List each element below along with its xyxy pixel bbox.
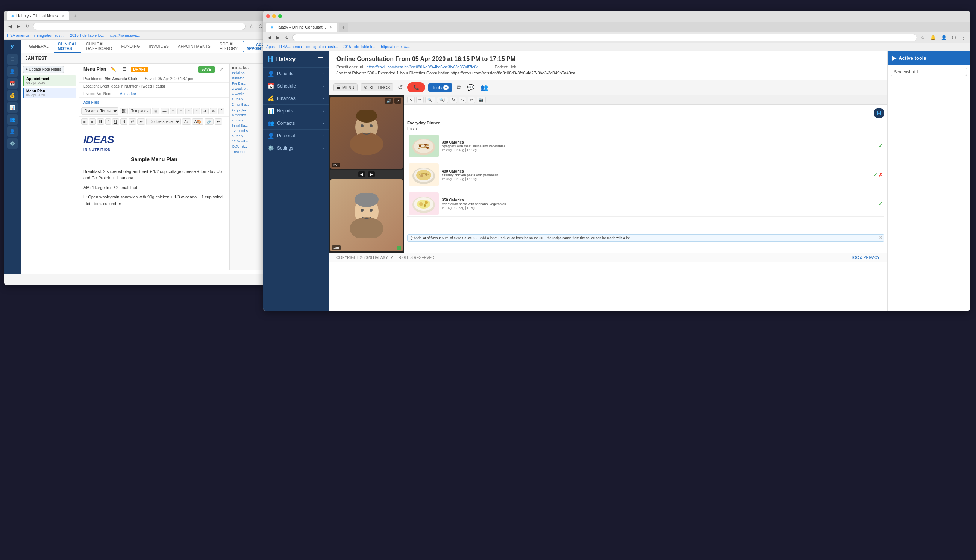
add-fee-link[interactable]: Add a fee [120,92,136,96]
people-icon[interactable]: 👥 [479,83,489,92]
bookmark-4[interactable]: https://home.swa... [108,33,140,38]
expand-icon[interactable]: ⤢ [218,66,225,73]
close-dot[interactable] [266,14,270,18]
doc-refresh[interactable]: ↻ [450,97,457,103]
right-extensions-btn[interactable]: ⬡ [951,34,957,41]
sidebar-icon-3[interactable]: 💰 [7,90,18,101]
ordered-list-btn[interactable]: ≡ [89,118,96,125]
sidebar-link-14[interactable]: OVA Init... [232,145,265,148]
back-btn[interactable]: ◀ [7,23,13,30]
quote-btn[interactable]: " [219,108,224,114]
sidebar-link-0[interactable]: Initial As... [232,71,265,75]
practitioner-mic-btn[interactable]: 🔊 [385,98,393,104]
sidebar-link-13[interactable]: 12 Months... [232,140,265,143]
note-card-appointment[interactable]: Appointment 05-Apr-2020 [23,75,76,86]
sidebar-item-settings[interactable]: ⚙️ Settings ‹ [263,142,329,155]
sidebar-link-3[interactable]: 2 week o... [232,87,265,91]
font-color-btn[interactable]: A🎨 [192,118,204,125]
minimize-dot[interactable] [272,14,276,18]
italic-btn[interactable]: I [105,118,111,125]
right-bookmark-4[interactable]: https://home.swa... [381,45,412,49]
indent-btn[interactable]: ⇥ [201,108,209,114]
bookmark-3[interactable]: 2015 Tide Table fo... [70,33,104,38]
refresh-btn[interactable]: ↻ [24,23,31,30]
sidebar-icon-4[interactable]: 📊 [7,102,18,113]
align-left-btn[interactable]: ≡ [170,108,177,114]
image-btn[interactable]: 🖼 [120,108,128,114]
refresh-call-btn[interactable]: ↺ [396,83,404,92]
sidebar-icon-5[interactable]: 👥 [7,114,18,125]
doc-fit[interactable]: ⤡ [459,97,466,103]
right-account-btn[interactable]: 👤 [939,34,948,41]
bookmark-2[interactable]: immigration austr... [34,33,65,38]
bookmark-1[interactable]: ITSA america [7,33,29,38]
doc-camera[interactable]: 📷 [477,97,486,103]
outdent-btn[interactable]: ⇤ [210,108,217,114]
sidebar-link-6[interactable]: 2 months... [232,103,265,107]
halaxy-hamburger-btn[interactable]: ☰ [316,56,324,63]
spacing-select[interactable]: Double space [146,118,181,125]
left-tab-new[interactable]: + [71,11,80,20]
sidebar-icon-7[interactable]: ⚙️ [7,138,18,149]
right-bookmark-btn[interactable]: ☆ [919,34,926,41]
sidebar-menu-icon[interactable]: ☰ [7,54,18,65]
tools-btn[interactable]: Tools + [428,83,452,92]
terms-select[interactable]: Dynamic Terms [81,107,118,115]
align-right-btn[interactable]: ≡ [185,108,192,114]
sidebar-item-patients[interactable]: 👤 Patients ‹ [263,68,329,80]
align-center-btn[interactable]: ≡ [177,108,184,114]
toc-link[interactable]: TOC & PRIVACY [851,255,880,260]
bold-btn[interactable]: B [97,118,104,125]
sidebar-link-5[interactable]: surgery... [232,97,265,101]
sidebar-link-10[interactable]: Initial Ba... [232,123,265,127]
right-notification-btn[interactable]: 🔔 [929,34,937,41]
left-address-input[interactable]: halaxy.com.au/pr/patient/53965311/clinic… [33,23,245,30]
subscript-btn[interactable]: x₂ [137,118,145,125]
add-files-link[interactable]: Add Files [83,100,99,105]
sidebar-link-12[interactable]: surgery... [232,134,265,138]
unordered-list-btn[interactable]: ≡ [81,118,88,125]
sidebar-icon-1[interactable]: 👤 [7,66,18,77]
sidebar-link-1[interactable]: Bariatric... [232,76,265,80]
right-forward-btn[interactable]: ▶ [275,34,281,41]
doc-zoom-in[interactable]: 🔍+ [437,97,448,103]
table-btn[interactable]: ⊞ [152,108,159,114]
nav-clinical-dashboard[interactable]: CLINICAL DASHBOARD [82,40,116,53]
save-btn[interactable]: SAVE [198,66,215,73]
sidebar-link-2[interactable]: Pre Bar... [232,82,265,85]
nav-appointments[interactable]: APPOINTMENTS [174,42,214,51]
sidebar-link-9[interactable]: surgery... [232,118,265,122]
layers-icon[interactable]: ⧉ [455,83,462,92]
underline-btn[interactable]: U [112,118,119,125]
close-chat-btn[interactable]: ✕ [879,235,883,240]
sidebar-icon-2[interactable]: 📅 [7,78,18,89]
prev-participant-btn[interactable]: ◀ [358,172,365,177]
screenshot-input[interactable] [891,68,967,76]
doc-tool-1[interactable]: ↖ [407,97,415,103]
strikethrough-btn[interactable]: S [120,118,127,125]
maximize-dot[interactable] [278,14,282,18]
right-back-btn[interactable]: ◀ [266,34,273,41]
sidebar-item-contacts[interactable]: 👥 Contacts ‹ [263,117,329,130]
update-note-filters-btn[interactable]: + Update Note Filters [23,66,64,73]
editor-body[interactable]: IDEAS IN NUTRITION Sample Menu Plan Brea… [79,127,229,270]
forward-btn[interactable]: ▶ [15,23,22,30]
practitioner-url-link[interactable]: https://coviu.com/session/8be0801-a0f9-4… [367,65,478,69]
superscript-btn[interactable]: x² [128,118,136,125]
sidebar-link-7[interactable]: surgery... [232,108,265,112]
practitioner-expand-btn[interactable]: ⤢ [394,98,401,104]
right-bookmark-3[interactable]: 2015 Tide Table fo... [342,45,376,49]
nav-social-history[interactable]: SOCIAL HISTORY [216,40,242,53]
nav-funding[interactable]: FUNDING [117,42,143,51]
sidebar-item-reports[interactable]: 📊 Reports ‹ [263,105,329,117]
sidebar-item-schedule[interactable]: 📅 Schedule ‹ [263,80,329,92]
menu-btn[interactable]: ☰ MENU [334,83,357,91]
nav-clinical-notes[interactable]: CLINICAL NOTES [54,40,81,53]
sidebar-item-personal[interactable]: 👤 Personal ‹ [263,130,329,142]
right-refresh-btn[interactable]: ↻ [284,34,290,41]
right-tab-active[interactable]: ◆ Halaxy - Online Consultat... ✕ [266,23,337,32]
doc-zoom-out[interactable]: 🔍- [425,97,435,103]
sidebar-item-finances[interactable]: 💰 Finances ‹ [263,92,329,105]
sidebar-link-15[interactable]: Treatmen... [232,150,265,154]
justify-btn[interactable]: ≡ [193,108,200,114]
